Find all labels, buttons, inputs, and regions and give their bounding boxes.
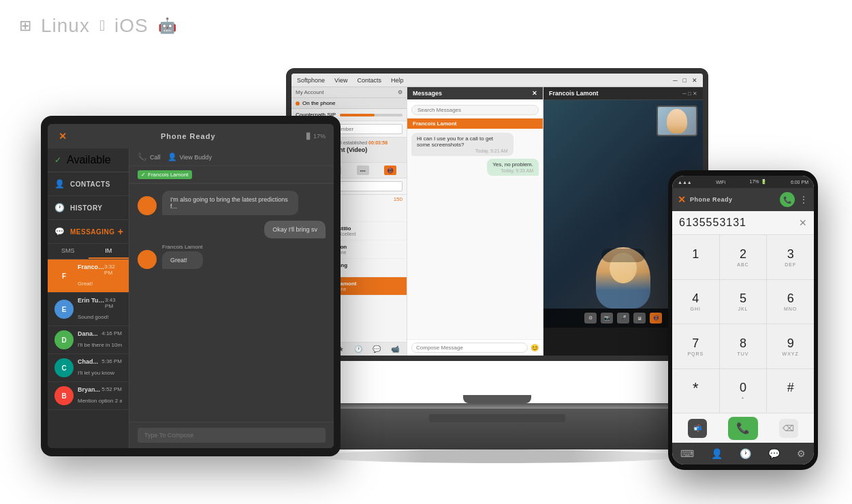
sp-end-call-btn[interactable]: 📵 [384, 166, 396, 175]
tab-avatar: E [54, 300, 74, 319]
tab-view-buddy-action[interactable]: 👤 View Buddy [168, 153, 212, 161]
tab-sms-tab[interactable]: SMS [48, 244, 89, 259]
menu-softphone[interactable]: Softphone [297, 77, 325, 84]
tab-msg-avatar [138, 196, 157, 215]
tablet-battery: ▊ 17% [306, 133, 326, 140]
menu-contacts[interactable]: Contacts [357, 77, 381, 84]
phone-nav-history[interactable]: 🕐 [740, 448, 751, 459]
tab-add-conversation-btn[interactable]: + [118, 226, 123, 237]
tab-bubble-outgoing: Okay I'll bring sv [264, 221, 326, 238]
tab-contact-time: 3:32 PM [104, 264, 122, 276]
phone-key-letters: MNO [784, 306, 797, 311]
phone-key-8[interactable]: 8 TUV [720, 324, 767, 368]
vp-end-call-btn[interactable]: 📵 [650, 313, 662, 324]
tab-nav-contacts[interactable]: 👤 CONTACTS [48, 172, 129, 196]
phone-backspace-icon: ⌫ [783, 424, 794, 433]
tablet-title: Phone Ready [161, 132, 216, 140]
phone-call-icon: 📞 [736, 422, 750, 435]
phone-key-6[interactable]: 6 MNO [767, 280, 814, 324]
sp-settings-icon[interactable]: ⚙ [398, 89, 403, 95]
tab-contact-chad[interactable]: C Chad... 5:36 PM I'll let you know [48, 354, 129, 382]
phone-key-3[interactable]: 3 DEF [767, 235, 814, 279]
mp-close-icon[interactable]: ✕ [532, 90, 537, 97]
tab-im-tab[interactable]: IM [89, 244, 129, 259]
mp-search-input[interactable] [411, 105, 539, 115]
mp-msg-timestamp: Today, 9:21 AM [417, 148, 508, 153]
window-close[interactable]: ✕ [692, 77, 697, 84]
phone-nav-settings[interactable]: ⚙ [797, 448, 806, 459]
tab-call-action[interactable]: 📞 Call [138, 153, 161, 161]
tab-available-label: Available [67, 154, 111, 166]
menu-help[interactable]: Help [391, 77, 404, 84]
vp-settings-btn[interactable]: ⚙ [584, 313, 597, 324]
phone-key-5[interactable]: 5 JKL [720, 280, 767, 324]
window-minimize[interactable]: ─ [673, 77, 677, 84]
sp-volume-bar[interactable] [340, 114, 403, 116]
tab-contact-erin[interactable]: E Erin Turner 3:43 PM Sound good! [48, 293, 129, 326]
tab-contact-info: Francois... 3:32 PM Great! [78, 264, 122, 288]
phone-nav-messages[interactable]: 💬 [768, 448, 780, 459]
tab-available-check: ✓ [54, 155, 61, 165]
phone-time: 6:00 PM [791, 180, 808, 185]
mp-emoji-icon[interactable]: 😊 [531, 344, 539, 351]
phone-key-9[interactable]: 9 WXYZ [767, 324, 814, 368]
phone-nav-contacts[interactable]: 👤 [711, 448, 723, 459]
tab-contact-list: F Francois... 3:32 PM Great! E [48, 259, 129, 448]
window-maximize[interactable]: □ [683, 77, 687, 84]
phone-status-bar: ▲▲▲ WiFi 17% 🔋 6:00 PM [672, 176, 814, 188]
sp-history-icon[interactable]: 🕐 [354, 345, 362, 353]
tab-contact-dana[interactable]: D Dana... 4:16 PM I'll be there in 10min [48, 326, 129, 354]
tab-history-icon: 🕐 [54, 203, 65, 212]
mp-compose-input[interactable] [411, 343, 528, 353]
sp-status-bar: My Account ⚙ [291, 87, 407, 98]
phone-key-num: 9 [787, 336, 794, 351]
tab-contact-bryan[interactable]: B Bryan... 5:52 PM Mention option 2 agai… [48, 382, 129, 410]
vp-camera-btn[interactable]: 📷 [601, 313, 613, 324]
phone-voicemail-btn[interactable]: 📬 [688, 419, 707, 438]
sp-chat-icon[interactable]: 💬 [373, 345, 381, 353]
laptop-notch [463, 395, 531, 403]
phone-key-0[interactable]: 0 + [720, 369, 767, 413]
vp-contact-name: Francois Lamont [549, 90, 599, 97]
phone-key-2[interactable]: 2 ABC [720, 235, 767, 279]
tablet-chat-area: 📞 Call 👤 View Buddy ✓ Francois Lamont [129, 148, 334, 448]
tab-contact-francois[interactable]: F Francois... 3:32 PM Great! [48, 259, 129, 293]
tab-avatar: C [54, 358, 74, 377]
phone-clear-btn[interactable]: ✕ [799, 217, 807, 228]
phone-call-btn[interactable]: 📞 [728, 417, 758, 440]
phone-key-4[interactable]: 4 GHI [672, 280, 719, 324]
tab-compose-input[interactable] [138, 428, 326, 443]
phone-menu-dots[interactable]: ⋮ [799, 194, 808, 205]
tab-contact-preview: Mention option 2 again [78, 398, 122, 404]
tablet-header: ✕ Phone Ready ▊ 17% [48, 124, 334, 148]
phone-nav-dialpad[interactable]: ⌨ [680, 448, 694, 459]
phone-key-star[interactable]: * [672, 369, 719, 413]
tablet-sidebar: ✓ Available 👤 CONTACTS 🕐 HISTORY 💬 MESSA… [48, 148, 129, 448]
phone-title: Phone Ready [690, 196, 733, 203]
phone-key-1[interactable]: 1 [672, 235, 719, 279]
phone-backspace-btn[interactable]: ⌫ [779, 419, 798, 438]
phone-number: 6135553131 [679, 217, 746, 229]
tab-available-status[interactable]: ✓ Available [48, 148, 129, 172]
mp-title: Messages [413, 90, 442, 97]
sp-more-btn[interactable]: ••• [357, 166, 369, 175]
linux-label: Linux [41, 15, 90, 37]
laptop-screen-inner: Softphone View Contacts Help ─ □ ✕ My Ac… [291, 74, 703, 356]
phone-battery: 17% 🔋 [750, 179, 767, 185]
vp-mic-btn[interactable]: 🎤 [617, 313, 629, 324]
sp-on-phone-label: On the phone [302, 100, 335, 106]
phone-header-right: 📞 ⋮ [780, 192, 808, 207]
tab-nav-history[interactable]: 🕐 HISTORY [48, 196, 129, 220]
tab-avatar: F [54, 266, 74, 285]
tab-badge-check: ✓ [141, 172, 146, 178]
phone-key-num: 7 [692, 336, 699, 351]
phone-answer-btn[interactable]: 📞 [780, 192, 795, 207]
menu-view[interactable]: View [334, 77, 347, 84]
tab-bubble-incoming: I'm also going to bring the latest predi… [162, 191, 298, 215]
tab-nav-messaging[interactable]: 💬 MESSAGING + [48, 220, 129, 244]
vp-screen-btn[interactable]: 🖥 [633, 313, 646, 324]
sp-video-icon[interactable]: 📹 [391, 345, 399, 353]
phone-key-7[interactable]: 7 PQRS [672, 324, 719, 368]
phone-key-hash[interactable]: # [767, 369, 814, 413]
phone-key-num: 5 [740, 292, 746, 306]
